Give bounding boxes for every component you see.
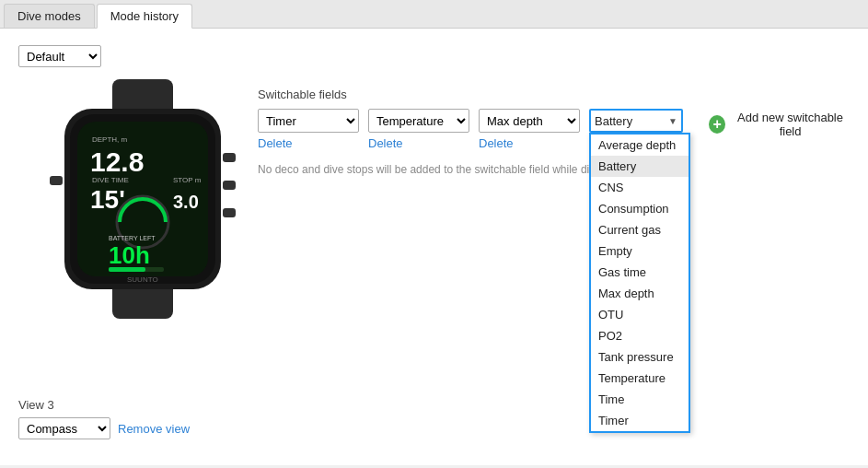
default-select[interactable]: Default <box>18 45 101 67</box>
add-new-label: Add new switchable field <box>731 111 850 138</box>
battery-dropdown-arrow: ▼ <box>668 116 677 126</box>
dd-item-current-gas[interactable]: Current gas <box>591 219 689 240</box>
tab-mode-history[interactable]: Mode history <box>97 4 192 29</box>
add-new-switchable-field-button[interactable]: + Add new switchable field <box>709 111 850 138</box>
svg-rect-5 <box>223 153 236 162</box>
svg-rect-20 <box>109 267 145 272</box>
dd-item-gas-time[interactable]: Gas time <box>591 262 689 283</box>
tabs-bar: Dive modes Mode history <box>0 0 868 29</box>
svg-rect-8 <box>50 176 63 185</box>
dd-item-time[interactable]: Time <box>591 389 689 410</box>
svg-text:DEPTH, m: DEPTH, m <box>92 135 128 144</box>
default-dropdown-row: Default <box>18 45 850 67</box>
battery-select-box[interactable]: Battery ▼ <box>589 109 683 133</box>
delete-temperature-button[interactable]: Delete <box>368 136 403 150</box>
plus-icon: + <box>709 115 725 134</box>
fields-row: Timer Temperature Max depth Battery Dele… <box>258 109 850 150</box>
dd-item-cns[interactable]: CNS <box>591 177 689 198</box>
view-section: View 3 Compass Remove view <box>18 398 190 439</box>
dd-item-temperature[interactable]: Temperature <box>591 368 689 389</box>
dd-item-po2[interactable]: PO2 <box>591 325 689 346</box>
tab-dive-modes[interactable]: Dive modes <box>4 4 95 28</box>
dd-item-consumption[interactable]: Consumption <box>591 198 689 219</box>
dd-item-otu[interactable]: OTU <box>591 304 689 325</box>
view-row: Compass Remove view <box>18 417 190 439</box>
field-col-timer: Timer Temperature Max depth Battery Dele… <box>258 109 359 150</box>
timer-select[interactable]: Timer Temperature Max depth Battery <box>258 109 359 133</box>
view-select[interactable]: Compass <box>18 417 110 439</box>
svg-rect-7 <box>223 208 236 217</box>
right-panel: Switchable fields Timer Temperature Max … <box>258 75 850 176</box>
field-col-maxdepth: Timer Temperature Max depth Battery Dele… <box>479 109 580 150</box>
delete-timer-button[interactable]: Delete <box>258 136 293 150</box>
dd-item-average-depth[interactable]: Average depth <box>591 135 689 156</box>
dd-item-battery[interactable]: Battery <box>591 156 689 177</box>
svg-text:3.0: 3.0 <box>173 192 199 212</box>
add-new-container: + Add new switchable field <box>701 109 850 138</box>
view-label: View 3 <box>18 398 190 412</box>
main-content: Default DEPTH, m 12.8 <box>0 29 868 465</box>
notice-text: No deco and dive stops will be added to … <box>258 163 626 176</box>
svg-text:DIVE TIME: DIVE TIME <box>92 176 129 184</box>
dd-item-timer[interactable]: Timer <box>591 410 689 431</box>
temperature-select[interactable]: Timer Temperature Max depth Battery <box>368 109 469 133</box>
svg-text:STOP m: STOP m <box>173 176 202 184</box>
svg-text:10h: 10h <box>109 241 150 269</box>
dd-item-empty[interactable]: Empty <box>591 240 689 262</box>
remove-view-button[interactable]: Remove view <box>118 422 190 436</box>
battery-dropdown-container: Battery ▼ Average depth Battery CNS Cons… <box>589 109 683 133</box>
field-col-battery: Battery ▼ Average depth Battery CNS Cons… <box>589 109 683 133</box>
battery-selected-value: Battery <box>595 114 632 128</box>
watch-illustration: DEPTH, m 12.8 DIVE TIME STOP m 15' 3.0 B… <box>46 79 249 328</box>
battery-dropdown-list: Average depth Battery CNS Consumption Cu… <box>589 133 690 433</box>
maxdepth-select[interactable]: Timer Temperature Max depth Battery <box>479 109 580 133</box>
svg-rect-6 <box>223 181 236 190</box>
svg-text:BATTERY LEFT: BATTERY LEFT <box>109 235 156 241</box>
svg-text:SUUNTO: SUUNTO <box>127 275 158 284</box>
dd-item-max-depth[interactable]: Max depth <box>591 283 689 304</box>
dd-item-tank-pressure[interactable]: Tank pressure <box>591 346 689 368</box>
delete-maxdepth-button[interactable]: Delete <box>479 136 514 150</box>
field-col-temperature: Timer Temperature Max depth Battery Dele… <box>368 109 469 150</box>
switchable-fields-label: Switchable fields <box>258 88 850 101</box>
svg-text:12.8: 12.8 <box>90 146 144 177</box>
